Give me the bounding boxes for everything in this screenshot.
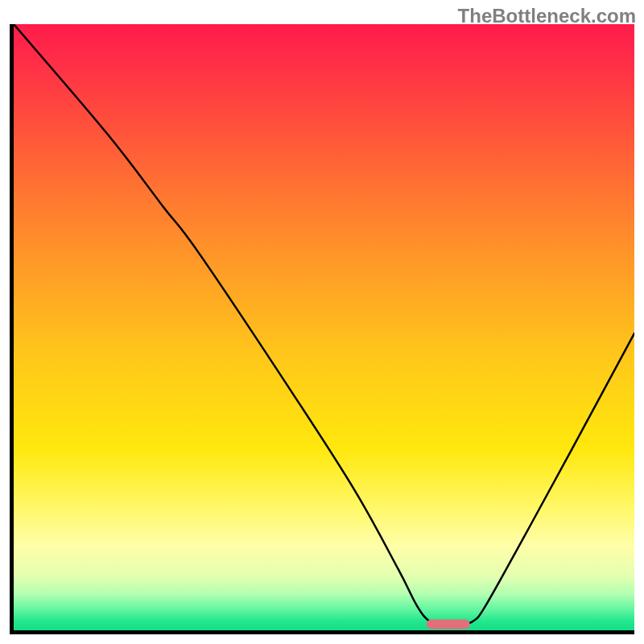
gradient-background: [14, 24, 634, 630]
watermark-text: TheBottleneck.com: [458, 5, 636, 27]
optimal-range-marker: [427, 619, 470, 629]
plot-area: [10, 24, 634, 634]
chart-container: TheBottleneck.com: [0, 0, 644, 644]
chart-svg: [10, 24, 634, 634]
